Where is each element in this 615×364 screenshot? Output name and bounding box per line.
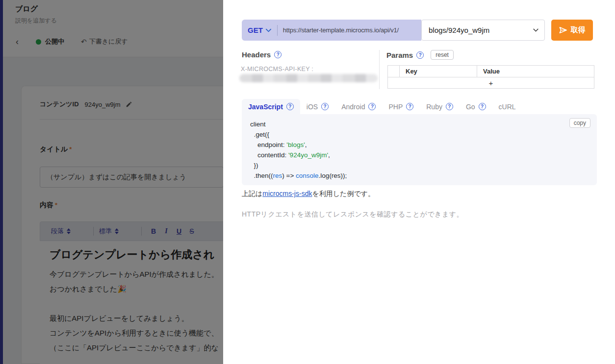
tab-android[interactable]: Android? [335, 99, 382, 114]
help-icon[interactable]: ? [274, 51, 282, 58]
chevron-down-icon [266, 28, 271, 32]
base-url-text: https://starter-template.microcms.io/api… [283, 26, 399, 34]
panel-description: HTTPリクエストを送信してレスポンスを確認することができます。 [242, 210, 463, 219]
code-line: endpoint: 'blogs', [250, 140, 347, 150]
help-icon[interactable]: ? [416, 51, 424, 59]
sdk-link[interactable]: microcms-js-sdk [262, 190, 312, 197]
language-tabs: JavaScript?iOS?Android?PHP?Ruby?Go?cURL [242, 99, 522, 114]
request-bar: GET https://starter-template.microcms.io… [242, 20, 593, 41]
params-table: Key Value + [387, 65, 594, 89]
modal-overlay[interactable] [0, 0, 223, 364]
http-method-select[interactable]: GET [248, 26, 271, 34]
help-icon[interactable]: ? [286, 103, 294, 110]
tab-label: cURL [499, 103, 516, 111]
code-sample: client .get({ endpoint: 'blogs', content… [250, 119, 347, 181]
headers-title: Headers [242, 50, 271, 59]
code-line: .get({ [250, 129, 347, 140]
params-key-header: Key [400, 66, 477, 77]
microcms-api-preview-screen: ブログ 説明を追加する ‹ 公開中 ↶ 下書きに戻す コンテンツID 924yo… [0, 0, 615, 364]
code-line: client [250, 119, 347, 129]
api-preview-panel: GET https://starter-template.microcms.io… [223, 0, 615, 364]
copy-button[interactable]: copy [569, 118, 590, 128]
send-icon [559, 26, 567, 34]
endpoint-value: blogs/924yo_w9jm [429, 26, 489, 34]
tab-label: iOS [307, 103, 318, 111]
http-method-label: GET [248, 26, 263, 34]
tab-go[interactable]: Go? [460, 99, 492, 114]
help-icon[interactable]: ? [446, 103, 453, 110]
headers-section: Headers ? [242, 50, 282, 59]
endpoint-select[interactable]: blogs/924yo_w9jm [421, 20, 545, 41]
code-line: contentId: '924yo_w9jm', [250, 150, 347, 160]
tab-php[interactable]: PHP? [382, 99, 420, 114]
divider [277, 25, 278, 36]
add-param-button[interactable]: + [388, 77, 594, 88]
code-sample-block: copy client .get({ endpoint: 'blogs', co… [242, 114, 597, 185]
tab-ruby[interactable]: Ruby? [420, 99, 460, 114]
sdk-note: 上記はmicrocms-js-sdkを利用した例です。 [242, 190, 375, 198]
api-key-label: X-MICROCMS-API-KEY : [241, 66, 313, 73]
tab-ios[interactable]: iOS? [300, 99, 335, 114]
tab-label: PHP [388, 103, 403, 111]
help-icon[interactable]: ? [321, 103, 329, 110]
code-line: .then((res) => console.log(res)); [250, 170, 347, 181]
fetch-button-label: 取得 [571, 25, 586, 35]
tab-javascript[interactable]: JavaScript? [242, 99, 300, 114]
help-icon[interactable]: ? [406, 103, 413, 110]
code-line: }) [250, 160, 347, 170]
help-icon[interactable]: ? [479, 103, 486, 110]
params-checkbox-column [388, 66, 400, 77]
fetch-button[interactable]: 取得 [551, 20, 593, 41]
tab-curl[interactable]: cURL [492, 99, 522, 114]
chevron-down-icon [533, 28, 538, 32]
api-key-redacted-value [239, 74, 378, 82]
help-icon[interactable]: ? [368, 103, 376, 110]
params-table-header: Key Value [388, 66, 594, 77]
tab-label: Go [466, 103, 475, 111]
params-title: Params [386, 51, 413, 59]
divider [379, 50, 380, 89]
params-value-header: Value [477, 66, 594, 77]
tab-label: Ruby [426, 103, 442, 111]
params-section: Params ? reset [386, 50, 454, 60]
tab-label: JavaScript [248, 103, 283, 111]
background-content-editor: ブログ 説明を追加する ‹ 公開中 ↶ 下書きに戻す コンテンツID 924yo… [0, 0, 223, 364]
method-url-group: GET https://starter-template.microcms.io… [242, 20, 421, 41]
reset-button[interactable]: reset [431, 50, 454, 60]
tab-label: Android [341, 103, 365, 111]
